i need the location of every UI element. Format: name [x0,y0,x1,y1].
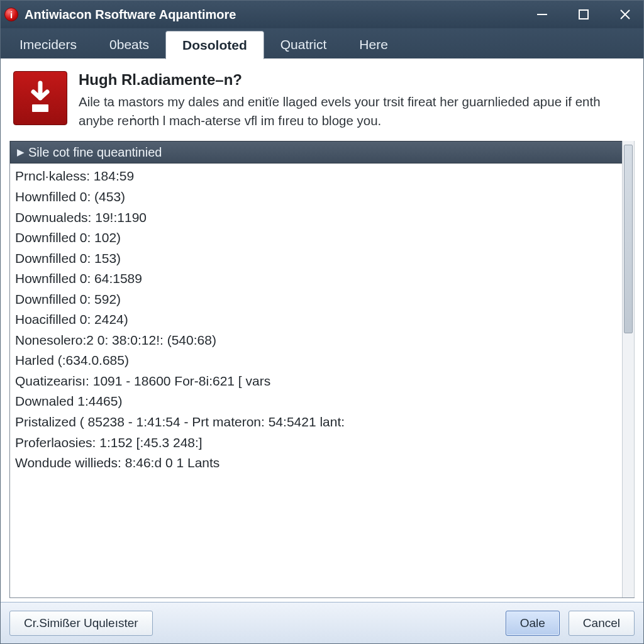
log-line: Harled (:634.0.685) [15,350,629,371]
maximize-button[interactable] [574,5,593,24]
log-line: Wondude willieds: 8:46:d 0 1 Lants [15,453,629,474]
footer: Cr.Simißer Uquleıster Oale Cancel [1,602,643,643]
log-panel: ▶ Sile cot fine queantinied Prncl·kaless… [9,141,635,598]
tab-here[interactable]: Here [343,31,404,58]
svg-rect-1 [579,10,588,19]
log-line: Pristalized ( 85238 - 1:41:54 - Prt mate… [15,412,629,433]
banner-description: Aile ta mastors my dales and enitïe llag… [79,92,619,130]
scrollbar[interactable] [622,141,635,597]
banner-heading: Hugh Rl.adiamente–n? [79,71,619,89]
log-line: Downaled 1:4465) [15,391,629,412]
maximize-icon [578,9,589,20]
log-line: Hownfilled 0: 64:1589 [15,269,629,289]
banner-text: Hugh Rl.adiamente–n? Aile ta mastors my … [79,71,619,130]
log-line: Proferlaosies: 1:152 [:45.3 248:] [15,433,629,453]
content-area: Hugh Rl.adiamente–n? Aile ta mastors my … [1,58,643,602]
window-title: Antiwiacon Rsoftware Aqµantimore [25,8,236,22]
log-body: Prncl·kaless: 184:59 Hownfilled 0: (453)… [10,164,634,597]
log-line: Quatizearisı: 1091 - 18600 For-8i:621 [ … [15,371,629,392]
log-line: Downfilled 0: 592) [15,289,629,310]
tab-quatrict[interactable]: Quatrict [264,31,343,58]
app-window: i Antiwiacon Rsoftware Aqµantimore Imeci… [0,0,644,644]
tab-obeats[interactable]: 0beats [93,31,165,58]
primary-button[interactable]: Oale [506,611,560,636]
minimize-button[interactable] [533,5,552,24]
log-header-label: Sile cot fine queantinied [28,145,162,160]
log-line: Prncl·kaless: 184:59 [15,166,629,187]
left-action-button[interactable]: Cr.Simißer Uquleıster [9,611,153,636]
log-header[interactable]: ▶ Sile cot fine queantinied [10,141,634,164]
log-line: Downfilled 0: 153) [15,248,629,269]
tab-imeciders[interactable]: Imeciders [3,31,93,58]
download-alert-icon [13,71,67,125]
log-line: Hoacifilled 0: 2424) [15,309,629,330]
log-line: Downfilled 0: 102) [15,228,629,248]
info-banner: Hugh Rl.adiamente–n? Aile ta mastors my … [9,69,635,141]
primary-button-label: Oale [520,616,545,630]
window-controls [533,5,638,24]
tabbar: Imeciders 0beats Dosoloted Quatrict Here [1,28,643,58]
scrollbar-thumb[interactable] [624,145,633,333]
titlebar: i Antiwiacon Rsoftware Aqµantimore [1,1,643,28]
minimize-icon [536,8,548,21]
tab-dosoloted[interactable]: Dosoloted [165,31,264,59]
cancel-button-label: Cancel [583,616,620,630]
log-line: Downualeds: 19!:1190 [15,208,629,228]
app-icon: i [4,8,18,21]
cancel-button[interactable]: Cancel [569,611,635,636]
log-line: Nonesolero:2 0: 38:0:12!: (540:68) [15,330,629,351]
log-line: Hownfilled 0: (453) [15,187,629,208]
close-button[interactable] [616,5,635,24]
expand-icon: ▶ [17,147,25,158]
close-icon [619,8,631,21]
left-action-label: Cr.Simißer Uquleıster [24,616,138,630]
svg-rect-4 [32,104,48,112]
